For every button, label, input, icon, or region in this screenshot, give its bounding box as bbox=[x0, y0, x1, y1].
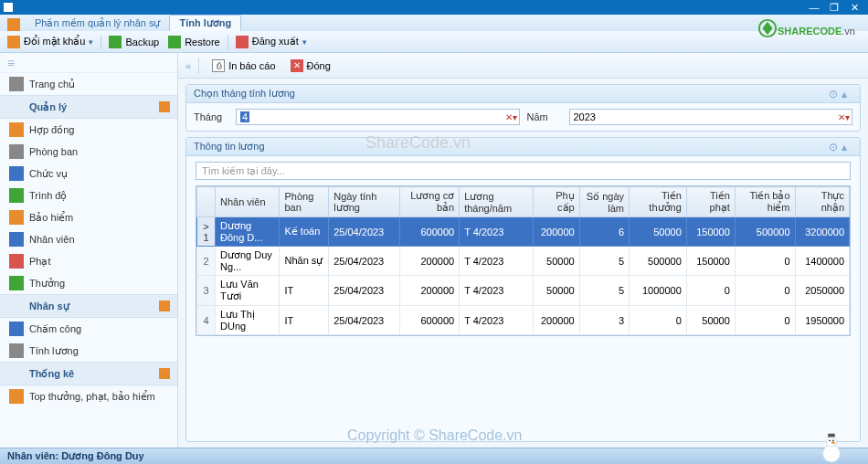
sidebar-item-10[interactable]: Nhân sự bbox=[0, 294, 177, 318]
nav-icon bbox=[9, 343, 24, 358]
panel-pin-icon[interactable]: ⊙ bbox=[829, 142, 840, 153]
nav-label: Trang chủ bbox=[29, 79, 75, 90]
cell: 500000 bbox=[735, 217, 795, 247]
column-header[interactable]: Số ngày làm bbox=[579, 187, 629, 217]
month-label: Tháng bbox=[194, 111, 228, 122]
month-dropdown[interactable]: 4✕▾ bbox=[236, 109, 520, 125]
backup-button[interactable]: Backup bbox=[107, 34, 161, 50]
change-password-button[interactable]: Đổi mật khẩu▾ bbox=[5, 34, 95, 50]
table-row[interactable]: > 1Dương Đông D...Kế toán25/04/202360000… bbox=[197, 217, 850, 247]
column-header[interactable]: Phòng ban bbox=[280, 187, 329, 217]
column-header[interactable]: Tiền phạt bbox=[686, 187, 735, 217]
cell: 25/04/2023 bbox=[329, 306, 400, 335]
salary-grid[interactable]: Nhân viênPhòng banNgày tính lươngLương c… bbox=[196, 185, 851, 336]
logout-label: Đăng xuất bbox=[252, 36, 299, 47]
sidebar-item-12[interactable]: Tính lương bbox=[0, 340, 177, 362]
cell: 3 bbox=[197, 276, 216, 306]
tab-tinh-luong[interactable]: Tính lương bbox=[169, 15, 241, 31]
cell: 200000 bbox=[534, 217, 579, 247]
sidebar-item-8[interactable]: Phạt bbox=[0, 250, 177, 272]
close-button[interactable]: ✕Đóng bbox=[285, 58, 336, 74]
tab-app[interactable]: Phần mềm quản lý nhân sự bbox=[26, 16, 169, 31]
sidebar-item-4[interactable]: Chức vụ bbox=[0, 163, 177, 185]
restore-button[interactable]: Restore bbox=[166, 34, 222, 50]
column-header[interactable]: Tiền thưởng bbox=[630, 187, 687, 217]
sidebar-item-9[interactable]: Thưởng bbox=[0, 272, 177, 294]
table-row[interactable]: 2Dương Duy Ng...Nhân sự25/04/2023200000T… bbox=[197, 247, 850, 276]
table-row[interactable]: 4Lưu Thị DUngIT25/04/2023600000T 4/20232… bbox=[197, 306, 850, 335]
sidebar-toggle[interactable]: ≡ bbox=[0, 53, 177, 73]
panel-pin-icon[interactable]: ⊙ bbox=[829, 89, 840, 100]
statusbar-text: Nhân viên: Dương Đông Duy bbox=[7, 450, 144, 462]
sidebar: ≡ Trang chủQuản lýHợp đồngPhòng banChức … bbox=[0, 53, 178, 448]
nav-label: Phòng ban bbox=[29, 146, 78, 157]
panel-month-header: Chọn tháng tính lương ⊙▴ bbox=[186, 85, 860, 103]
nav-icon bbox=[9, 166, 24, 181]
restore-button[interactable]: ❐ bbox=[824, 2, 844, 14]
backup-icon bbox=[109, 36, 122, 48]
year-dropdown[interactable]: 2023✕▾ bbox=[569, 109, 853, 125]
printer-icon: ⎙ bbox=[212, 59, 225, 72]
close-window-button[interactable]: ✕ bbox=[844, 2, 864, 14]
column-header[interactable]: Nhân viên bbox=[216, 187, 280, 217]
nav-icon bbox=[9, 366, 24, 381]
window-titlebar: — ❐ ✕ bbox=[0, 0, 868, 15]
year-value: 2023 bbox=[574, 111, 596, 122]
nav-label: Thống kê bbox=[29, 368, 74, 380]
group-icon bbox=[159, 101, 170, 112]
column-header[interactable]: Ngày tính lương bbox=[329, 187, 400, 217]
sidebar-item-14[interactable]: Top thưởng, phạt, bảo hiểm bbox=[0, 385, 177, 407]
column-header[interactable]: Phụ cấp bbox=[534, 187, 579, 217]
cell: T 4/2023 bbox=[460, 276, 534, 306]
column-header[interactable] bbox=[197, 187, 216, 217]
minimize-button[interactable]: — bbox=[804, 2, 824, 13]
sidebar-item-6[interactable]: Bảo hiểm bbox=[0, 206, 177, 228]
column-header[interactable]: Lương cơ bản bbox=[400, 187, 460, 217]
sidebar-item-13[interactable]: Thống kê bbox=[0, 362, 177, 385]
cell: > 1 bbox=[197, 217, 216, 247]
close-label: Đóng bbox=[307, 60, 331, 71]
sidebar-item-7[interactable]: Nhân viên bbox=[0, 228, 177, 250]
nav-label: Tính lương bbox=[29, 345, 79, 357]
panel-month-selector: Chọn tháng tính lương ⊙▴ Tháng 4✕▾ Năm 2… bbox=[185, 84, 861, 132]
nav-label: Quản lý bbox=[29, 101, 67, 113]
cell: Lưu Văn Tươi bbox=[216, 276, 280, 306]
nav-label: Phạt bbox=[29, 256, 51, 268]
column-header[interactable]: Thực nhận bbox=[795, 187, 849, 217]
table-row[interactable]: 3Lưu Văn TươiIT25/04/2023200000T 4/20235… bbox=[197, 276, 850, 306]
restore-icon bbox=[168, 36, 181, 48]
cell: 3 bbox=[579, 306, 629, 335]
cell: 25/04/2023 bbox=[329, 217, 400, 247]
cell: 25/04/2023 bbox=[329, 276, 400, 306]
sidebar-item-1[interactable]: Quản lý bbox=[0, 95, 177, 119]
nav-icon bbox=[9, 322, 24, 336]
sidebar-item-11[interactable]: Chấm công bbox=[0, 318, 177, 340]
cell: 1400000 bbox=[795, 247, 849, 276]
backup-label: Backup bbox=[125, 37, 159, 47]
panel-collapse-icon[interactable]: ▴ bbox=[842, 142, 852, 153]
nav-label: Bảo hiểm bbox=[29, 212, 73, 224]
nav-icon bbox=[9, 299, 24, 313]
nav-icon bbox=[9, 210, 24, 225]
sidebar-item-2[interactable]: Hợp đồng bbox=[0, 119, 177, 141]
sidebar-item-0[interactable]: Trang chủ bbox=[0, 73, 177, 95]
cell: 600000 bbox=[400, 306, 460, 335]
panel-info-header: Thông tin lương ⊙▴ bbox=[186, 138, 860, 156]
cell: 600000 bbox=[400, 217, 460, 247]
close-icon: ✕ bbox=[291, 59, 303, 72]
nav-label: Hợp đồng bbox=[29, 124, 74, 136]
print-report-button[interactable]: ⎙In báo cáo bbox=[206, 58, 281, 74]
sidebar-item-5[interactable]: Trình độ bbox=[0, 185, 177, 206]
nav-label: Thưởng bbox=[29, 278, 65, 290]
expand-icon[interactable]: « bbox=[185, 60, 191, 71]
column-header[interactable]: Lương tháng/năm bbox=[460, 187, 534, 217]
cell: 50000 bbox=[534, 247, 579, 276]
column-header[interactable]: Tiền bảo hiểm bbox=[735, 187, 795, 217]
nav-icon bbox=[9, 77, 24, 91]
logout-button[interactable]: Đăng xuất▾ bbox=[234, 34, 309, 50]
brand-text2: CODE bbox=[813, 26, 842, 37]
nav-label: Trình độ bbox=[29, 190, 67, 202]
panel-collapse-icon[interactable]: ▴ bbox=[842, 89, 852, 100]
search-input[interactable]: Tìm kiếm tại đây... bbox=[196, 162, 851, 180]
sidebar-item-3[interactable]: Phòng ban bbox=[0, 141, 177, 163]
